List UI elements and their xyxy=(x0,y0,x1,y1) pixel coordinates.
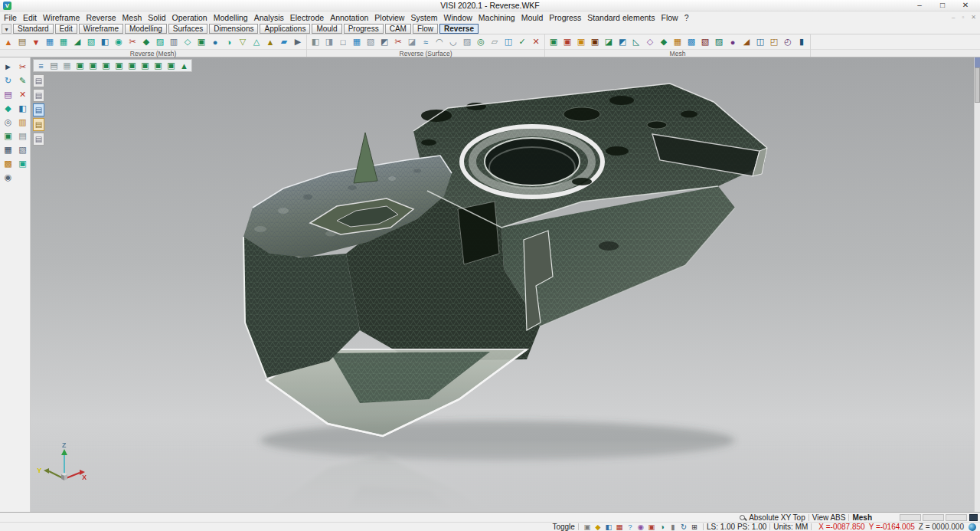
menu-file[interactable]: File xyxy=(1,13,20,22)
selection-filter-icon[interactable]: ▣ xyxy=(582,523,593,531)
sheet-4-icon[interactable]: ▤ xyxy=(33,118,44,131)
menu-edit[interactable]: Edit xyxy=(20,13,40,22)
grid-snap-icon[interactable]: ▦ xyxy=(614,523,625,531)
mesh-mirror-icon[interactable]: ◫ xyxy=(753,35,767,48)
point-cloud-icon[interactable]: ▦ xyxy=(43,35,57,48)
mesh-plane-icon[interactable]: ▰ xyxy=(277,35,291,48)
palette-tool-icon[interactable]: ▩ xyxy=(1,156,15,170)
mesh-cut-plane-icon[interactable]: ◪ xyxy=(602,35,616,48)
mesh-align-icon[interactable]: ◇ xyxy=(181,35,194,48)
menu-progress[interactable]: Progress xyxy=(546,13,584,22)
view-bottom-icon[interactable]: ▣ xyxy=(152,60,165,71)
mesh-edge-extract-icon[interactable]: ▧ xyxy=(698,35,712,48)
view-front-icon[interactable]: ▣ xyxy=(100,60,113,71)
tab-dropdown-icon[interactable]: ▾ xyxy=(2,24,11,34)
layer-lock-icon[interactable]: ◆ xyxy=(593,523,603,531)
menu-modelling[interactable]: Modelling xyxy=(211,13,251,22)
surface-offset-icon[interactable]: ▨ xyxy=(460,35,474,48)
menu-flow[interactable]: Flow xyxy=(658,13,681,22)
tab-mould[interactable]: Mould xyxy=(312,24,341,34)
clipboard-tool-icon[interactable]: ▥ xyxy=(15,115,30,129)
surface-check-icon[interactable]: ✓ xyxy=(515,35,529,48)
mesh-project-icon[interactable]: ◢ xyxy=(740,35,753,48)
refresh-view-icon[interactable]: ↻ xyxy=(678,523,689,531)
scrollbar-top-button[interactable] xyxy=(975,57,980,67)
zoom-window-icon[interactable]: ◎ xyxy=(1,115,15,129)
mesh-sculpt-icon[interactable]: ▲ xyxy=(263,35,277,48)
tab-standard[interactable]: Standard xyxy=(13,24,54,34)
menu-system[interactable]: System xyxy=(407,13,440,22)
sheet-3-icon[interactable]: ▤ xyxy=(33,103,44,116)
menu-plotview[interactable]: Plotview xyxy=(371,13,407,22)
view-abs-label[interactable]: View ABS xyxy=(812,513,846,522)
curve-extract-icon[interactable]: ≈ xyxy=(419,35,433,48)
minimize-button[interactable]: – xyxy=(908,0,931,11)
mesh-split-icon[interactable]: ◩ xyxy=(616,35,629,48)
mesh-smooth-region-icon[interactable]: ▩ xyxy=(684,35,698,48)
mesh-shell-icon[interactable]: ▣ xyxy=(588,35,602,48)
tab-edit[interactable]: Edit xyxy=(55,24,77,34)
viewport-canvas[interactable] xyxy=(31,57,974,512)
menu-mould[interactable]: Mould xyxy=(518,13,547,22)
dynamic-rotate-icon[interactable]: ↻ xyxy=(1,74,15,87)
surface-grid-icon[interactable]: ▦ xyxy=(350,35,364,48)
triangulate-icon[interactable]: ◢ xyxy=(70,35,84,48)
mesh-cube-view-icon[interactable]: ▣ xyxy=(547,35,560,48)
mesh-thicken-icon[interactable]: ▦ xyxy=(671,35,684,48)
surface-extend-icon[interactable]: ◩ xyxy=(377,35,391,48)
mesh-fill-hole-icon[interactable]: ◉ xyxy=(112,35,126,48)
toggle-label[interactable]: Toggle xyxy=(552,523,574,531)
printer-tool-icon[interactable]: ▧ xyxy=(15,143,30,156)
view-shaded-icon[interactable]: ▦ xyxy=(60,60,74,71)
viewport[interactable]: ≡▤▦▣▣▣▣▣▣▣▣▲ ▤▤▤▤▤ Z X Y xyxy=(31,57,974,512)
mesh-rotate-icon[interactable]: ◴ xyxy=(781,35,795,48)
sheet-5-icon[interactable]: ▤ xyxy=(33,133,44,146)
curve-project-icon[interactable]: ◠ xyxy=(433,35,446,48)
mesh-offset-icon[interactable]: ▨ xyxy=(153,35,167,48)
workplane-icon[interactable]: ◧ xyxy=(603,523,614,531)
mdi-close-icon[interactable]: ✕ xyxy=(971,11,976,23)
view-right-icon[interactable]: ▣ xyxy=(113,60,126,71)
maximize-button[interactable]: □ xyxy=(931,0,954,11)
mesh-boolean-union-icon[interactable]: ▣ xyxy=(560,35,574,48)
plot-tool-icon[interactable]: ▦ xyxy=(1,143,15,156)
sketch-tool-icon[interactable]: ✎ xyxy=(15,74,30,87)
scissors-tool-icon[interactable]: ✂ xyxy=(15,60,30,74)
mesh-compare-icon[interactable]: ▣ xyxy=(194,35,208,48)
view-back-icon[interactable]: ▣ xyxy=(126,60,139,71)
mesh-trim-icon[interactable]: ✂ xyxy=(126,35,139,48)
surface-flatten-icon[interactable]: ▱ xyxy=(488,35,501,48)
mesh-wrap-icon[interactable]: ◆ xyxy=(657,35,671,48)
surface-delete-icon[interactable]: ✕ xyxy=(529,35,543,48)
mesh-info-icon[interactable]: ▮ xyxy=(795,35,808,48)
measure-tool-icon[interactable]: ◧ xyxy=(15,101,30,115)
mesh-repair-icon[interactable]: ▧ xyxy=(84,35,98,48)
surface-edit-icon[interactable]: ▧ xyxy=(364,35,377,48)
tab-applications[interactable]: Applications xyxy=(260,24,310,34)
mesh-remesh-icon[interactable]: ▨ xyxy=(712,35,726,48)
tab-modelling[interactable]: Modelling xyxy=(125,24,167,34)
tab-cam[interactable]: CAM xyxy=(385,24,411,34)
scrollbar-thumb[interactable] xyxy=(975,67,980,103)
view-left-icon[interactable]: ▣ xyxy=(139,60,152,71)
menu-analysis[interactable]: Analysis xyxy=(251,13,287,22)
mesh-refine-icon[interactable]: △ xyxy=(250,35,263,48)
mesh-hull-icon[interactable]: ◇ xyxy=(643,35,657,48)
view-top-icon[interactable]: ▣ xyxy=(87,60,100,71)
marker-icon[interactable]: ▼ xyxy=(29,35,43,48)
close-button[interactable]: ✕ xyxy=(954,0,977,11)
sheet-2-icon[interactable]: ▤ xyxy=(33,89,44,102)
cylinder-icon[interactable]: ▮ xyxy=(668,523,678,531)
view-manager-icon[interactable]: ▣ xyxy=(1,129,15,143)
mesh-merge-icon[interactable]: ◆ xyxy=(139,35,153,48)
menu-standard-elements[interactable]: Standard elements xyxy=(584,13,658,22)
help-mode-icon[interactable]: ? xyxy=(625,523,635,531)
menu-solid[interactable]: Solid xyxy=(145,13,168,22)
select-tool-icon[interactable]: ► xyxy=(1,60,15,74)
mesh-deviation-icon[interactable]: ● xyxy=(208,35,222,48)
menu-help[interactable]: ? xyxy=(681,13,692,22)
menu-window[interactable]: Window xyxy=(440,13,475,22)
surface-auto-icon[interactable]: ◧ xyxy=(309,35,322,48)
mesh-measure-icon[interactable]: ◺ xyxy=(629,35,643,48)
mode-label[interactable]: Mesh xyxy=(852,513,872,522)
